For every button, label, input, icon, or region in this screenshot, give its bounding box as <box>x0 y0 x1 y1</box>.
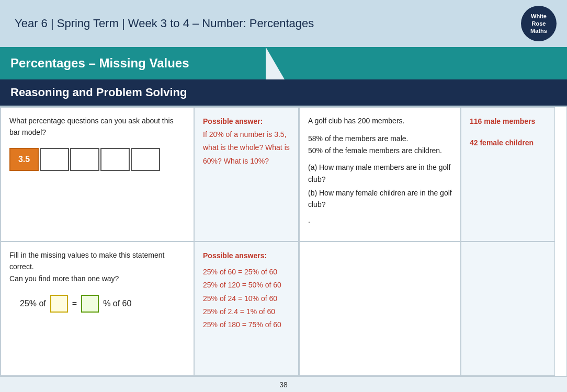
q1-question-cell: What percentage questions can you ask ab… <box>1 107 194 241</box>
q2-equation: 25% of = % of 60 <box>9 295 185 313</box>
subtitle-banner: Reasoning and Problem Solving <box>0 79 567 106</box>
list-item: 25% of 180 = 75% of 60 <box>203 318 290 331</box>
header-title: Year 6 | Spring Term | Week 3 to 4 – Num… <box>10 17 318 30</box>
quad-grid: What percentage questions can you ask ab… <box>0 107 567 376</box>
q2-question-text: Fill in the missing values to make this … <box>9 249 185 284</box>
q2-answer-cell: Possible answers: 25% of 60 = 25% of 602… <box>194 241 299 376</box>
bar-cell-value: 3.5 <box>9 148 39 171</box>
q3-answer-bottom-cell <box>461 241 555 376</box>
page-number: 38 <box>279 381 288 389</box>
q3-answer-line2: 42 female children <box>470 136 546 149</box>
bar-cell-4 <box>131 148 160 171</box>
header: Year 6 | Spring Term | Week 3 to 4 – Num… <box>0 0 567 47</box>
eq-equals: = <box>72 297 77 310</box>
list-item: 25% of 24 = 10% of 60 <box>203 292 290 305</box>
q3-bottom-cell <box>299 241 461 376</box>
q2-answers-list: 25% of 60 = 25% of 6025% of 120 = 50% of… <box>203 266 290 331</box>
eq-suffix: % of 60 <box>103 297 131 310</box>
box-green <box>81 295 99 313</box>
title-text: Percentages – Missing Values <box>10 56 189 71</box>
content-area: What percentage questions can you ask ab… <box>0 106 567 376</box>
q3-part-a: (a) How many male members are in the gol… <box>308 162 452 185</box>
logo: White Rose Maths <box>521 6 557 41</box>
list-item: 25% of 60 = 25% of 60 <box>203 266 290 279</box>
q1-question-text: What percentage questions can you ask ab… <box>9 115 185 139</box>
list-item: 25% of 120 = 50% of 60 <box>203 279 290 292</box>
q2-answer-label: Possible answers: <box>203 249 290 262</box>
footer: 38 <box>0 376 567 392</box>
bar-cell-3 <box>100 148 130 171</box>
title-banner: Percentages – Missing Values <box>0 47 567 79</box>
bar-cell-2 <box>70 148 99 171</box>
q1-answer-cell: Possible answer: If 20% of a number is 3… <box>194 107 299 241</box>
bar-model: 3.5 <box>9 148 185 171</box>
box-yellow <box>50 295 68 313</box>
q1-answer-label: Possible answer: <box>203 115 290 128</box>
subtitle-text: Reasoning and Problem Solving <box>10 86 187 99</box>
list-item: 25% of 2.4 = 1% of 60 <box>203 305 290 318</box>
q3-line1: A golf club has 200 members. 58% of the … <box>308 115 452 211</box>
q3-answer-cell: 116 male members 42 female children <box>461 107 555 241</box>
q3-answer-line1: 116 male members <box>470 115 546 128</box>
eq-prefix: 25% of <box>20 297 46 310</box>
q3-question-cell: A golf club has 200 members. 58% of the … <box>299 107 461 241</box>
q3-part-b: (b) How many female children are in the … <box>308 187 452 211</box>
q3-dot: . <box>308 215 452 226</box>
q2-question-cell: Fill in the missing values to make this … <box>1 241 194 376</box>
bar-cell-1 <box>40 148 69 171</box>
q1-answer-text: If 20% of a number is 3.5, what is the w… <box>203 128 290 168</box>
